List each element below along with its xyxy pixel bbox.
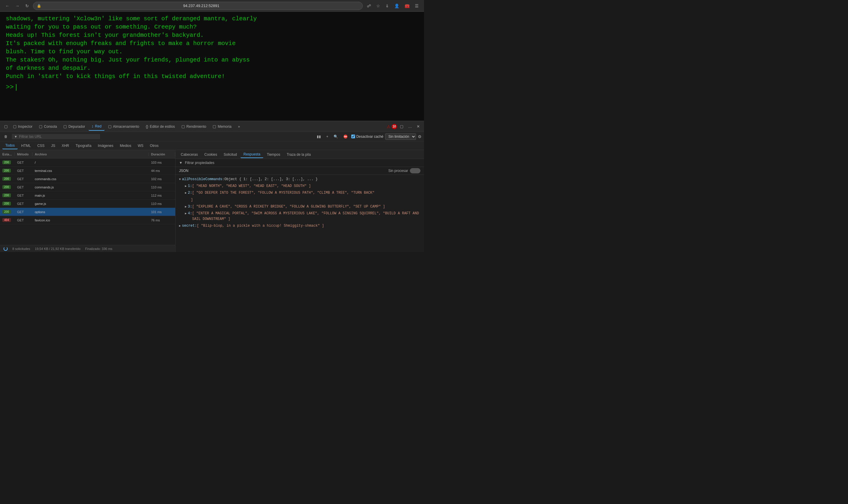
tab-timings[interactable]: Tiempos: [264, 151, 283, 158]
prompt-symbol: >>: [6, 83, 14, 92]
network-filter-bar: 🗑 ▼ ▮▮ + 🔍 ⛔ Desactivar caché Sin limita…: [0, 132, 424, 141]
table-row[interactable]: 200 GET terminal.css 44 ms: [0, 167, 175, 175]
tab-inspector[interactable]: ▢ Inspector: [10, 123, 35, 130]
tab-more[interactable]: »: [235, 123, 243, 130]
response-header-bar: ▼ Filtrar propiedades: [176, 159, 424, 167]
json-value-2: [ "GO DEEPER INTO THE FOREST", "FOLLOW A…: [192, 190, 374, 196]
expand-arrow-3: ▶: [185, 204, 187, 209]
devtools-close-icon[interactable]: ▢: [2, 123, 10, 130]
table-row[interactable]: 200 GET options 101 ms: [0, 208, 175, 216]
profile-icon[interactable]: 👤: [393, 2, 401, 10]
json-key-3: 3:: [188, 204, 192, 210]
requests-panel: Esta... Método Archivo Duración 200 GET …: [0, 150, 176, 252]
settings-icon[interactable]: ⚙: [418, 134, 422, 139]
type-tab-media[interactable]: Medios: [117, 143, 134, 149]
req-status: 200: [0, 194, 15, 197]
dock-icon[interactable]: ▢: [398, 123, 405, 130]
disable-cache-checkbox[interactable]: [351, 134, 355, 138]
type-tab-other[interactable]: Otros: [147, 143, 161, 149]
type-tab-typography[interactable]: Tipografía: [73, 143, 94, 149]
back-button[interactable]: ←: [3, 2, 11, 10]
add-filter-button[interactable]: +: [324, 134, 330, 140]
json-item-3[interactable]: ▶ 3: [ "EXPLORE A CAVE", "CROSS A RICKET…: [181, 203, 424, 210]
address-bar[interactable]: 🔒 94.237.49.212:52891: [33, 2, 363, 10]
req-duration: 76 ms: [149, 218, 175, 222]
block-button[interactable]: ⛔: [342, 134, 349, 140]
tab-headers[interactable]: Cabeceras: [178, 151, 201, 158]
disable-cache-label[interactable]: Desactivar caché: [351, 134, 383, 139]
cursor-blink: [16, 84, 17, 91]
tab-console[interactable]: ▢ Consola: [36, 123, 60, 130]
req-method: GET: [15, 169, 32, 173]
requests-count: 8 solicitudes: [12, 247, 30, 251]
req-status: 200: [0, 160, 15, 164]
filter-actions: ▮▮ + 🔍 ⛔ Desactivar caché Sin limitación…: [315, 133, 422, 140]
type-tab-all[interactable]: Todos: [2, 142, 18, 149]
table-row[interactable]: 404 GET favicon.ico 76 ms: [0, 216, 175, 224]
pause-button[interactable]: ▮▮: [315, 134, 323, 140]
type-tab-ws[interactable]: WS: [135, 143, 146, 149]
type-tab-css[interactable]: CSS: [34, 143, 48, 149]
json-item-2[interactable]: ▶ 2: [ "GO DEEPER INTO THE FOREST", "FOL…: [181, 190, 424, 196]
tab-request[interactable]: Solicitud: [220, 151, 240, 158]
tab-memory[interactable]: ▢ Memoria: [210, 123, 234, 130]
json-root[interactable]: ▼ allPossibleCommands : Object { 1: [...…: [176, 176, 424, 183]
loading-indicator: [3, 247, 8, 251]
table-row[interactable]: 200 GET / 103 ms: [0, 158, 175, 167]
type-tab-xhr[interactable]: XHR: [59, 143, 72, 149]
style-editor-icon: {}: [146, 124, 148, 129]
bookmark-icon[interactable]: ☆: [375, 2, 382, 10]
table-row[interactable]: 200 GET main.js 112 ms: [0, 191, 175, 200]
type-tab-html[interactable]: HTML: [18, 143, 34, 149]
more-options-icon[interactable]: …: [406, 123, 414, 130]
json-item-2-cont: ]: [187, 197, 424, 203]
tab-cookies[interactable]: Cookies: [201, 151, 220, 158]
type-tab-js[interactable]: JS: [48, 143, 58, 149]
raw-toggle-switch[interactable]: [410, 168, 420, 174]
expand-arrow-2: ▶: [185, 190, 187, 196]
tab-stack-trace[interactable]: Traza de la pila: [284, 151, 314, 158]
table-row[interactable]: 200 GET game.js 110 ms: [0, 200, 175, 208]
finished-time: Finalizado: 336 ms: [85, 247, 112, 251]
tab-network[interactable]: ↕ Red: [89, 122, 105, 131]
forward-button[interactable]: →: [14, 2, 21, 10]
search-button[interactable]: 🔍: [332, 134, 340, 140]
req-status: 404: [0, 218, 15, 222]
table-row[interactable]: 200 GET commands.css 102 ms: [0, 175, 175, 183]
json-item-4[interactable]: ▶ 4: [ "ENTER A MAGICAL PORTAL", "SWIM A…: [181, 210, 424, 222]
tab-storage[interactable]: ▢ Almacenamiento: [105, 123, 142, 130]
tab-style-editor[interactable]: {} Editor de estilos: [143, 123, 178, 130]
col-file: Archivo: [32, 152, 149, 156]
tab-performance[interactable]: ▢ Rendimiento: [178, 123, 209, 130]
req-method: GET: [15, 202, 32, 205]
terminal-prompt: >>: [6, 83, 418, 92]
reload-button[interactable]: ↻: [23, 2, 31, 10]
json-item-1[interactable]: ▶ 1: [ "HEAD NORTH", "HEAD WEST", "HEAD …: [181, 183, 424, 190]
menu-icon[interactable]: ☰: [413, 2, 420, 10]
req-file: options: [32, 210, 149, 214]
json-item-secret[interactable]: ▶ secret: [ "Blip-blop, in a pickle with…: [176, 222, 424, 229]
json-value-secret: [ "Blip-blop, in a pickle with a hiccup!…: [197, 223, 324, 229]
req-duration: 101 ms: [149, 210, 175, 214]
terminal-text: shadows, muttering 'Xclow3n' like some s…: [6, 15, 418, 81]
type-tab-images[interactable]: Imágenes: [95, 143, 116, 149]
req-method: GET: [15, 177, 32, 181]
json-tree: ▼ allPossibleCommands : Object { 1: [...…: [176, 175, 424, 252]
tab-response[interactable]: Respuesta: [240, 151, 263, 158]
req-method: GET: [15, 161, 32, 164]
close-devtools-icon[interactable]: ✕: [415, 123, 422, 130]
filter-input[interactable]: [19, 134, 98, 139]
tab-debugger[interactable]: ▢ Depurador: [60, 123, 88, 130]
download-icon[interactable]: ⇓: [384, 2, 391, 10]
req-duration: 112 ms: [149, 194, 175, 197]
browser-chrome: ← → ↻ 🔒 94.237.49.212:52891 ☍ ☆ ⇓ 👤 🧰 ☰: [0, 0, 424, 12]
json-key-1: 1:: [188, 183, 192, 189]
filter-input-wrap: ▼: [12, 134, 100, 139]
throttle-select[interactable]: Sin limitación: [385, 133, 416, 140]
storage-icon: ▢: [108, 124, 112, 129]
url-display: 94.237.49.212:52891: [43, 3, 359, 8]
extensions-icon[interactable]: 🧰: [403, 2, 411, 10]
clear-requests-button[interactable]: 🗑: [2, 134, 10, 140]
table-row[interactable]: 200 GET commands.js 110 ms: [0, 183, 175, 191]
translate-icon[interactable]: ☍: [365, 2, 373, 10]
